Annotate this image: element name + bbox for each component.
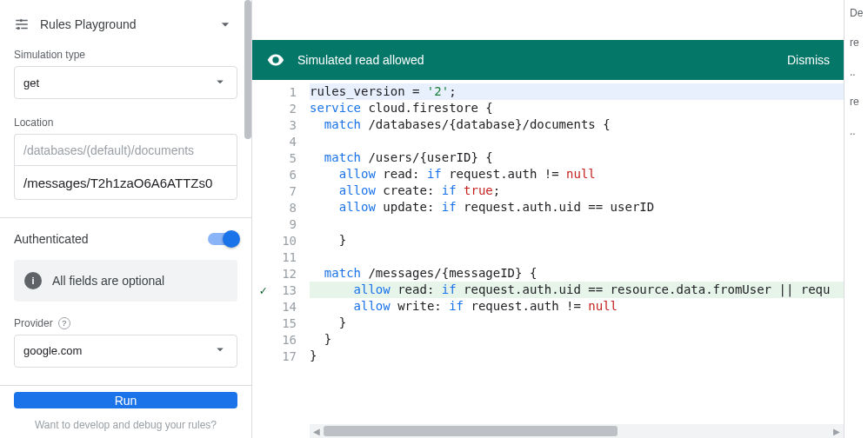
line-number: 8 [272,201,297,215]
run-button[interactable]: Run [14,392,237,408]
status-bar: Simulated read allowed Dismiss [252,40,844,80]
scroll-right-arrow[interactable]: ▶ [830,427,844,436]
status-message: Simulated read allowed [297,53,775,67]
gutter-row: 12 [252,265,297,282]
line-number: 13 [272,283,297,297]
line-number: 7 [272,184,297,198]
simulation-type-select[interactable]: get [14,66,237,99]
authenticated-label: Authenticated [14,232,208,246]
code-line[interactable]: } [310,232,844,249]
caret-down-icon [212,342,228,360]
line-number: 6 [272,168,297,182]
location-prefix: /databases/(default)/documents [14,134,237,165]
dismiss-button[interactable]: Dismiss [787,53,830,67]
svg-point-1 [17,27,20,30]
line-number: 9 [272,217,297,231]
simulation-type-label: Simulation type [14,49,237,61]
panel-header: Rules Playground [0,0,251,49]
info-banner: i All fields are optional [14,260,237,302]
top-spacer [252,0,844,40]
code-line[interactable]: match /users/{userID} { [310,149,844,166]
gutter-row: 8 [252,199,297,216]
line-number: 14 [272,300,297,314]
code-line[interactable]: allow read: if request.auth != null [310,166,844,182]
code-line[interactable]: } [310,348,844,364]
code-line[interactable]: rules_version = '2'; [310,83,844,100]
line-number: 10 [272,234,297,248]
tune-icon [14,17,30,32]
panel-title: Rules Playground [40,17,203,31]
hint-text: Want to develop and debug your rules? [0,419,251,438]
right-strip-item: De [850,7,863,19]
authenticated-row: Authenticated [0,218,251,260]
code-editor[interactable]: 123456789101112✓1314151617 rules_version… [252,80,844,424]
code-line[interactable]: allow read: if request.auth.uid == resou… [310,282,844,298]
code-line[interactable]: } [310,331,844,348]
svg-point-0 [20,19,23,22]
chevron-down-icon [217,16,234,33]
collapse-button[interactable] [213,12,237,36]
gutter-row: ✓13 [252,282,297,298]
code-line[interactable]: allow update: if request.auth.uid == use… [310,199,844,216]
code-line[interactable]: allow create: if true; [310,182,844,199]
line-number: 3 [272,118,297,132]
toggle-knob [223,230,240,248]
right-strip-item: .. [850,66,863,78]
gutter-row: 16 [252,331,297,348]
location-input[interactable]: /messages/T2h1zaO6A6ATTZs0 [14,165,237,200]
scroll-left-arrow[interactable]: ◀ [310,427,324,436]
gutter-row: 15 [252,315,297,331]
rules-playground-sidebar: Rules Playground Simulation type get Loc… [0,0,252,438]
help-icon[interactable]: ? [58,317,70,329]
scroll-track[interactable] [324,424,830,438]
line-number: 11 [272,250,297,264]
eye-icon [266,50,285,70]
gutter-row: 1 [252,83,297,100]
gutter-row: 5 [252,149,297,166]
info-text: All fields are optional [52,274,164,288]
scroll-thumb[interactable] [324,426,618,436]
horizontal-scrollbar[interactable]: ◀ ▶ [310,424,844,438]
line-gutter: 123456789101112✓1314151617 [252,80,303,424]
code-line[interactable]: match /messages/{messageID} { [310,265,844,282]
simulation-type-section: Simulation type get [0,49,251,116]
svg-point-2 [274,58,277,62]
provider-value: google.com [23,344,82,357]
provider-label: Provider [14,317,53,329]
location-label: Location [14,116,237,129]
authenticated-toggle[interactable] [208,233,237,245]
code-line[interactable] [310,216,844,232]
line-number: 5 [272,151,297,165]
gutter-row: 10 [252,232,297,249]
code-area[interactable]: rules_version = '2';service cloud.firest… [303,80,844,424]
line-number: 1 [272,85,297,99]
info-icon: i [24,272,42,289]
code-line[interactable] [310,133,844,149]
gutter-row: 14 [252,298,297,315]
gutter-row: 11 [252,249,297,265]
gutter-row: 2 [252,100,297,116]
right-strip-item: re [850,36,863,49]
gutter-row: 3 [252,116,297,133]
line-number: 4 [272,135,297,149]
code-line[interactable]: service cloud.firestore { [310,100,844,116]
code-line[interactable] [310,249,844,265]
provider-label-row: Provider ? [14,317,237,329]
check-icon: ✓ [260,283,267,297]
gutter-row: 17 [252,348,297,364]
line-number: 2 [272,102,297,116]
provider-select[interactable]: google.com [14,335,237,368]
right-strip-item: .. [850,125,863,137]
right-strip-item: re [850,96,863,108]
code-line[interactable]: allow write: if request.auth != null [310,298,844,315]
code-line[interactable]: } [310,315,844,331]
code-line[interactable]: match /databases/{database}/documents { [310,116,844,133]
gutter-row: 7 [252,182,297,199]
divider [0,385,251,386]
line-number: 17 [272,349,297,363]
provider-section: Provider ? google.com [0,317,251,385]
line-number: 16 [272,333,297,347]
sidebar-scrollbar[interactable] [244,0,251,139]
app-root: Rules Playground Simulation type get Loc… [0,0,868,438]
simulation-type-value: get [23,76,39,90]
